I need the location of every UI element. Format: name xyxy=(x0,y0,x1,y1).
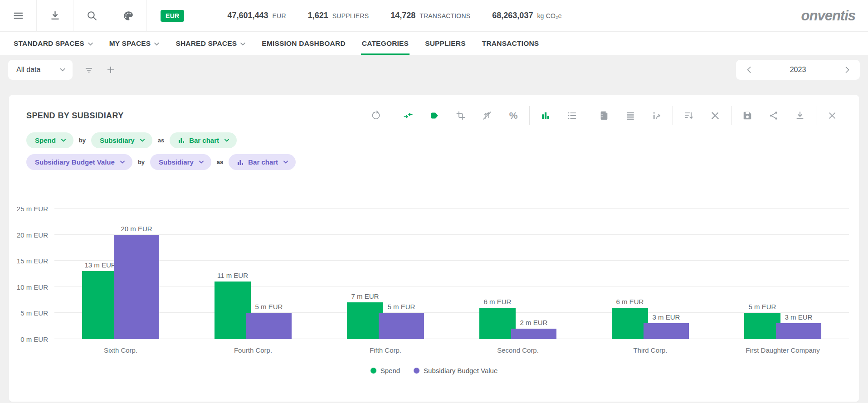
kpi-stats: 47,601,443 EUR 1,621 SUPPLIERS 14,728 TR… xyxy=(184,11,773,20)
nav-label: CATEGORIES xyxy=(362,39,409,48)
bar-value-label: 11 m EUR xyxy=(217,272,248,279)
panel-toolbar: % xyxy=(363,106,845,125)
top-header: EUR 47,601,443 EUR 1,621 SUPPLIERS 14,72… xyxy=(0,0,868,32)
legend-label: Subsidiary Budget Value xyxy=(424,367,497,374)
measure-dropdown[interactable]: Spend xyxy=(26,132,73,148)
bar-budget[interactable] xyxy=(114,235,159,339)
bar-pair: 6 m EUR2 m EUR xyxy=(479,195,556,339)
header-icon-strip: EUR xyxy=(0,0,184,31)
bar-spend[interactable] xyxy=(479,308,516,339)
refresh-button[interactable] xyxy=(371,110,381,121)
bar-pair: 13 m EUR20 m EUR xyxy=(82,195,159,339)
customize-tools-button[interactable] xyxy=(710,110,721,121)
nav-suppliers[interactable]: SUPPLIERS xyxy=(425,32,466,55)
data-scope-value: All data xyxy=(16,66,40,74)
bar-budget[interactable] xyxy=(644,323,689,339)
dimension-dropdown[interactable]: Subsidiary xyxy=(150,154,211,170)
bar-budget[interactable] xyxy=(379,313,424,339)
next-year-button[interactable] xyxy=(838,61,856,79)
bar-spend[interactable] xyxy=(82,271,118,339)
x-category-label: Sixth Corp. xyxy=(54,346,187,354)
kpi-unit: kg CO₂e xyxy=(537,12,561,19)
theme-palette-button[interactable] xyxy=(110,0,146,32)
prev-year-button[interactable] xyxy=(740,61,758,79)
by-connector: by xyxy=(79,137,86,144)
download-icon xyxy=(49,10,61,21)
bar-pair: 11 m EUR5 m EUR xyxy=(215,195,292,339)
data-scope-select[interactable]: All data xyxy=(8,60,73,80)
nav-emission-dashboard[interactable]: EMISSION DASHBOARD xyxy=(262,32,345,55)
app-root: EUR 47,601,443 EUR 1,621 SUPPLIERS 14,72… xyxy=(0,0,868,403)
chevron-down-icon xyxy=(61,139,66,142)
share-button[interactable] xyxy=(768,110,779,121)
export-download-button[interactable] xyxy=(795,110,805,121)
percent-icon: % xyxy=(509,110,518,121)
download-button[interactable] xyxy=(37,0,73,32)
share-icon xyxy=(769,111,779,121)
close-widget-button[interactable] xyxy=(827,110,838,121)
sort-button[interactable] xyxy=(683,110,694,121)
nav-label: SHARED SPACES xyxy=(176,39,237,48)
nav-transactions[interactable]: TRANSACTIONS xyxy=(482,32,539,55)
nav-my-spaces[interactable]: MY SPACES xyxy=(109,32,160,55)
nav-categories[interactable]: CATEGORIES xyxy=(362,32,409,55)
bar-chart: 0 m EUR5 m EUR10 m EUR15 m EUR20 m EUR25… xyxy=(9,176,859,354)
search-button[interactable] xyxy=(73,0,110,32)
bar-spend[interactable] xyxy=(744,313,780,339)
nav-standard-spaces[interactable]: STANDARD SPACES xyxy=(14,32,93,55)
bar-value-label: 5 m EUR xyxy=(749,303,776,311)
bar-group: 6 m EUR3 m EUR xyxy=(584,195,717,339)
dimension-dropdown[interactable]: Subsidiary xyxy=(91,132,152,148)
chart-type-dropdown[interactable]: Bar chart xyxy=(229,154,296,170)
tag-button[interactable] xyxy=(429,110,440,121)
bar-budget[interactable] xyxy=(246,313,292,339)
add-filter-button[interactable] xyxy=(100,60,122,80)
measure-dropdown[interactable]: Subsidiary Budget Value xyxy=(26,154,132,170)
x-axis-labels: Sixth Corp.Fourth Corp.Fifth Corp.Second… xyxy=(54,346,849,354)
list-view-button[interactable] xyxy=(566,110,577,121)
chevron-down-icon xyxy=(120,160,125,164)
dimension-label: Subsidiary xyxy=(100,136,135,144)
bar-budget[interactable] xyxy=(511,329,556,339)
bar-pair: 7 m EUR5 m EUR xyxy=(347,195,424,339)
kpi-spend: 47,601,443 EUR xyxy=(227,11,286,20)
customize-tools-icon xyxy=(710,111,720,121)
chevron-right-icon xyxy=(845,67,849,73)
divider xyxy=(146,0,147,32)
search-icon xyxy=(86,10,98,21)
save-button[interactable] xyxy=(742,110,753,121)
y-tick-label: 10 m EUR xyxy=(17,283,48,291)
percent-button[interactable]: % xyxy=(508,110,519,121)
legend-label: Spend xyxy=(380,367,400,374)
bar-spend[interactable] xyxy=(215,282,251,339)
chevron-down-icon xyxy=(154,42,159,46)
chart-type-label: Bar chart xyxy=(248,158,278,166)
bar-group: 5 m EUR3 m EUR xyxy=(717,195,849,339)
filter-bar: All data 2023 xyxy=(0,55,868,84)
pivot-button[interactable] xyxy=(651,110,662,121)
legend-item[interactable]: Subsidiary Budget Value xyxy=(414,367,497,374)
no-scale-arrows-button[interactable] xyxy=(482,110,493,121)
report-icon xyxy=(599,111,609,121)
bar-budget[interactable] xyxy=(776,323,821,339)
bar-group: 7 m EUR5 m EUR xyxy=(319,195,452,339)
currency-badge[interactable]: EUR xyxy=(161,10,184,22)
table-rows-button[interactable] xyxy=(625,110,636,121)
menu-button[interactable] xyxy=(0,0,36,32)
filter-button[interactable] xyxy=(78,60,100,80)
bar-spend[interactable] xyxy=(347,302,383,339)
kpi-value: 14,728 xyxy=(390,11,415,20)
merge-arrows-button[interactable] xyxy=(403,110,414,121)
menu-icon xyxy=(13,10,24,21)
report-button[interactable] xyxy=(599,110,610,121)
bar-value-label: 6 m EUR xyxy=(484,298,512,306)
bar-chart-view-button[interactable] xyxy=(540,110,551,121)
bar-value-label: 2 m EUR xyxy=(520,319,548,326)
legend-item[interactable]: Spend xyxy=(371,367,400,374)
y-tick-label: 0 m EUR xyxy=(20,335,48,343)
crop-button[interactable] xyxy=(455,110,466,121)
nav-shared-spaces[interactable]: SHARED SPACES xyxy=(176,32,245,55)
bar-spend[interactable] xyxy=(612,308,648,339)
chart-type-dropdown[interactable]: Bar chart xyxy=(170,132,237,148)
onventis-logo: onventis xyxy=(773,8,868,24)
